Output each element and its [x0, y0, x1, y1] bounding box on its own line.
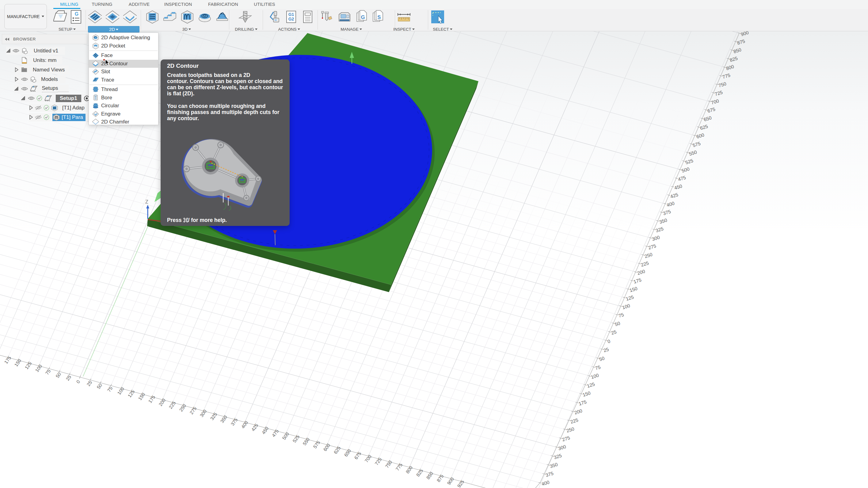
svg-text:G: G	[361, 14, 365, 20]
svg-text:Z: Z	[145, 199, 148, 205]
svg-text:S: S	[377, 14, 381, 20]
svg-text:G: G	[75, 11, 79, 17]
svg-text:G2: G2	[288, 17, 294, 22]
svg-text:G1: G1	[288, 12, 294, 17]
